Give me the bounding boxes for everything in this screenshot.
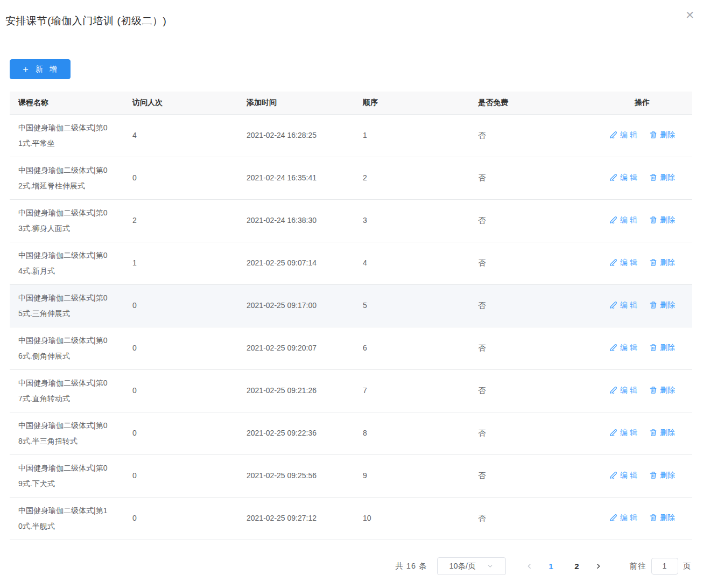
edit-button[interactable]: 编 辑 <box>609 340 637 355</box>
page-title: 安排课节(瑜伽入门培训 (初级二）) <box>5 14 166 28</box>
cell-is-free: 否 <box>469 497 592 540</box>
edit-button[interactable]: 编 辑 <box>609 467 637 483</box>
edit-button[interactable]: 编 辑 <box>609 382 637 398</box>
edit-button-label: 编 辑 <box>620 425 637 440</box>
edit-button-label: 编 辑 <box>620 467 637 483</box>
cell-visits: 0 <box>124 327 238 369</box>
cell-order: 1 <box>354 114 469 157</box>
edit-button-label: 编 辑 <box>620 255 637 270</box>
edit-button-label: 编 辑 <box>620 297 637 313</box>
delete-button[interactable]: 删除 <box>649 297 675 313</box>
delete-button[interactable]: 删除 <box>649 212 675 228</box>
delete-button-label: 删除 <box>660 467 675 483</box>
trash-icon <box>649 173 657 181</box>
cell-added-time: 2021-02-25 09:07:14 <box>238 242 354 284</box>
delete-button-label: 删除 <box>660 510 675 526</box>
trash-icon <box>649 471 657 479</box>
cell-is-free: 否 <box>469 199 592 242</box>
cell-course-name: 中国健身瑜伽二级体式|第06式.侧角伸展式 <box>10 327 124 369</box>
page-size-value: 10条/页 <box>449 561 475 571</box>
trash-icon <box>649 386 657 394</box>
edit-button-label: 编 辑 <box>620 510 637 526</box>
delete-button[interactable]: 删除 <box>649 340 675 355</box>
trash-icon <box>649 429 657 437</box>
prev-page-button[interactable] <box>521 557 538 575</box>
cell-course-name: 中国健身瑜伽二级体式|第03式.狮身人面式 <box>10 199 124 242</box>
edit-button[interactable]: 编 辑 <box>609 510 637 526</box>
table-row: 中国健身瑜伽二级体式|第09式.下犬式 0 2021-02-25 09:25:5… <box>10 454 692 497</box>
cell-course-name: 中国健身瑜伽二级体式|第04式.新月式 <box>10 242 124 284</box>
cell-is-free: 否 <box>469 454 592 497</box>
edit-button-label: 编 辑 <box>620 170 637 185</box>
cell-visits: 2 <box>124 199 238 242</box>
pencil-icon <box>609 344 617 352</box>
trash-icon <box>649 258 657 267</box>
edit-button[interactable]: 编 辑 <box>609 127 637 143</box>
edit-button-label: 编 辑 <box>620 340 637 355</box>
edit-button-label: 编 辑 <box>620 212 637 228</box>
table-row: 中国健身瑜伽二级体式|第08式.半三角扭转式 0 2021-02-25 09:2… <box>10 412 692 454</box>
trash-icon <box>649 344 657 352</box>
cell-course-name: 中国健身瑜伽二级体式|第01式.平常坐 <box>10 114 124 157</box>
add-button-label: 新 增 <box>36 65 59 74</box>
page-size-select[interactable]: 10条/页 <box>437 557 506 575</box>
pencil-icon <box>609 131 617 139</box>
edit-button-label: 编 辑 <box>620 382 637 398</box>
trash-icon <box>649 216 657 224</box>
trash-icon <box>649 131 657 139</box>
column-header-visits: 访问人次 <box>124 92 238 114</box>
delete-button-label: 删除 <box>660 127 675 143</box>
plus-icon: ＋ <box>21 65 30 74</box>
delete-button[interactable]: 删除 <box>649 467 675 483</box>
cell-order: 8 <box>354 412 469 454</box>
cell-actions: 编 辑 删除 <box>592 327 692 369</box>
cell-added-time: 2021-02-25 09:22:36 <box>238 412 354 454</box>
edit-button[interactable]: 编 辑 <box>609 212 637 228</box>
table-row: 中国健身瑜伽二级体式|第10式.半舰式 0 2021-02-25 09:27:1… <box>10 497 692 540</box>
edit-button[interactable]: 编 辑 <box>609 170 637 185</box>
cell-visits: 0 <box>124 157 238 199</box>
delete-button[interactable]: 删除 <box>649 127 675 143</box>
delete-button-label: 删除 <box>660 212 675 228</box>
delete-button-label: 删除 <box>660 382 675 398</box>
add-button[interactable]: ＋ 新 增 <box>10 59 71 79</box>
cell-added-time: 2021-02-24 16:38:30 <box>238 199 354 242</box>
goto-page-input[interactable] <box>651 558 678 575</box>
edit-button[interactable]: 编 辑 <box>609 255 637 270</box>
edit-button[interactable]: 编 辑 <box>609 297 637 313</box>
cell-added-time: 2021-02-25 09:21:26 <box>238 369 354 412</box>
cell-is-free: 否 <box>469 284 592 327</box>
page-button-1[interactable]: 1 <box>543 557 560 575</box>
delete-button-label: 删除 <box>660 297 675 313</box>
cell-course-name: 中国健身瑜伽二级体式|第09式.下犬式 <box>10 454 124 497</box>
cell-order: 3 <box>354 199 469 242</box>
cell-actions: 编 辑 删除 <box>592 412 692 454</box>
delete-button[interactable]: 删除 <box>649 255 675 270</box>
pager: 1 2 <box>521 557 607 575</box>
next-page-button[interactable] <box>590 557 607 575</box>
delete-button[interactable]: 删除 <box>649 510 675 526</box>
delete-button[interactable]: 删除 <box>649 382 675 398</box>
cell-added-time: 2021-02-24 16:28:25 <box>238 114 354 157</box>
delete-button[interactable]: 删除 <box>649 170 675 185</box>
close-icon[interactable]: ✕ <box>685 10 694 20</box>
cell-order: 2 <box>354 157 469 199</box>
cell-actions: 编 辑 删除 <box>592 454 692 497</box>
cell-order: 4 <box>354 242 469 284</box>
delete-button-label: 删除 <box>660 170 675 185</box>
delete-button[interactable]: 删除 <box>649 425 675 440</box>
cell-actions: 编 辑 删除 <box>592 284 692 327</box>
cell-is-free: 否 <box>469 369 592 412</box>
page-button-2[interactable]: 2 <box>568 557 586 575</box>
cell-is-free: 否 <box>469 157 592 199</box>
cell-actions: 编 辑 删除 <box>592 242 692 284</box>
pencil-icon <box>609 173 617 181</box>
delete-button-label: 删除 <box>660 425 675 440</box>
pencil-icon <box>609 258 617 267</box>
cell-visits: 0 <box>124 369 238 412</box>
delete-button-label: 删除 <box>660 255 675 270</box>
cell-order: 5 <box>354 284 469 327</box>
cell-visits: 0 <box>124 412 238 454</box>
edit-button[interactable]: 编 辑 <box>609 425 637 440</box>
table-row: 中国健身瑜伽二级体式|第02式.增延脊柱伸展式 0 2021-02-24 16:… <box>10 157 692 199</box>
